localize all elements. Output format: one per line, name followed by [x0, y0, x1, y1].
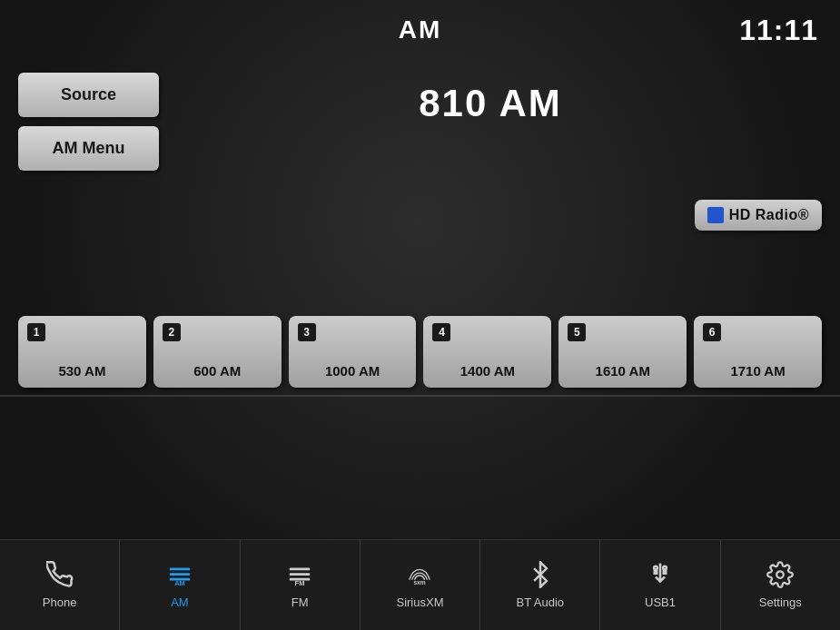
preset-freq: 1000 AM [298, 363, 408, 379]
preset-freq: 530 AM [27, 363, 137, 379]
svg-rect-4 [290, 568, 311, 571]
clock-display: 11:11 [553, 14, 818, 47]
preset-number: 3 [298, 323, 316, 341]
preset-freq: 1400 AM [432, 363, 542, 379]
left-controls: Source AM Menu [18, 73, 159, 171]
divider [0, 395, 840, 397]
preset-button-4[interactable]: 4 1400 AM [423, 316, 551, 388]
svg-point-9 [654, 566, 657, 570]
middle-area: Source AM Menu 810 AM HD Radio® [0, 54, 840, 309]
preset-number: 6 [703, 323, 721, 341]
svg-text:AM: AM [174, 579, 185, 587]
nav-label-bt-audio: BT Audio [517, 596, 565, 609]
bt-icon [527, 561, 554, 592]
nav-label-siriusxm: SiriusXM [396, 596, 443, 609]
svg-text:sxm: sxm [414, 579, 426, 586]
top-bar: AM 11:11 [0, 0, 840, 54]
nav-item-usb1[interactable]: USB1 [600, 540, 720, 630]
preset-freq: 1710 AM [703, 363, 813, 379]
svg-point-10 [663, 566, 667, 570]
nav-label-phone: Phone [43, 596, 77, 609]
preset-button-5[interactable]: 5 1610 AM [558, 316, 687, 388]
nav-item-phone[interactable]: Phone [0, 540, 120, 630]
phone-icon [46, 561, 74, 592]
usb-icon [647, 561, 674, 592]
am-menu-button[interactable]: AM Menu [18, 126, 159, 171]
preset-button-2[interactable]: 2 600 AM [153, 316, 282, 388]
preset-freq: 1610 AM [568, 363, 677, 379]
am-icon: AM [166, 561, 193, 592]
preset-number: 2 [163, 323, 181, 341]
nav-label-usb1: USB1 [645, 596, 676, 609]
preset-button-1[interactable]: 1 530 AM [18, 316, 146, 388]
preset-button-6[interactable]: 6 1710 AM [694, 316, 822, 388]
nav-label-am: AM [171, 596, 189, 609]
nav-item-fm[interactable]: FMFM [241, 540, 361, 630]
svg-point-11 [777, 571, 785, 578]
frequency-display: 810 AM [419, 82, 562, 125]
nav-label-fm: FM [292, 596, 309, 609]
svg-rect-0 [170, 568, 191, 571]
nav-item-am[interactable]: AMAM [120, 540, 240, 630]
fm-icon: FM [286, 561, 313, 592]
preset-number: 1 [27, 323, 45, 341]
bottom-nav: PhoneAMAMFMFMsxmSiriusXMBT AudioUSB1Sett… [0, 539, 840, 630]
hd-radio-label: HD Radio® [729, 207, 809, 223]
center-freq-area: 810 AM [159, 64, 822, 125]
nav-item-settings[interactable]: Settings [721, 540, 840, 630]
sxm-icon: sxm [406, 561, 433, 592]
nav-item-bt-audio[interactable]: BT Audio [480, 540, 600, 630]
preset-freq: 600 AM [163, 363, 272, 379]
preset-button-3[interactable]: 3 1000 AM [289, 316, 417, 388]
preset-number: 4 [432, 323, 450, 341]
preset-number: 5 [568, 323, 586, 341]
presets-row: 1 530 AM 2 600 AM 3 1000 AM 4 1400 AM 5 … [0, 309, 840, 395]
svg-rect-1 [170, 573, 191, 576]
mode-title: AM [287, 15, 552, 44]
hd-icon [707, 207, 724, 223]
source-button[interactable]: Source [18, 73, 159, 117]
nav-item-siriusxm[interactable]: sxmSiriusXM [361, 540, 480, 630]
svg-text:FM: FM [295, 579, 305, 587]
svg-rect-5 [290, 573, 311, 576]
nav-label-settings: Settings [759, 596, 802, 609]
hd-radio-badge: HD Radio® [695, 200, 822, 231]
settings-icon [766, 561, 794, 592]
